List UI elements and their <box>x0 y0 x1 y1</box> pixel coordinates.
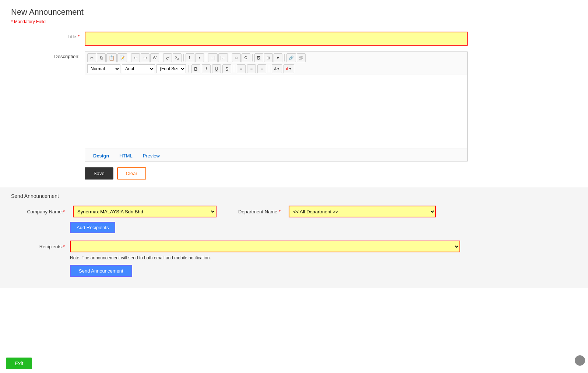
font-family-select[interactable]: Arial Times New Roman Verdana <box>122 64 155 73</box>
send-announcement-section: Send Announcement Company Name:* Synerma… <box>0 187 588 288</box>
title-label: Title:* <box>11 32 85 39</box>
paragraph-format-select[interactable]: Normal Heading 1 Heading 2 Heading 3 <box>87 64 120 73</box>
exit-bar: Exit <box>0 354 38 373</box>
paste-btn[interactable]: 📋 <box>106 53 117 62</box>
unlink-btn[interactable]: ⛓ <box>297 53 306 62</box>
clear-button[interactable]: Clear <box>117 167 146 180</box>
align-right-btn[interactable]: ≡ <box>257 64 266 73</box>
undo-btn[interactable]: ↩ <box>131 53 140 62</box>
table-dropdown-btn[interactable]: ▼ <box>274 53 282 62</box>
italic-btn[interactable]: I <box>202 64 211 73</box>
link-btn[interactable]: 🔗 <box>286 53 296 62</box>
bg-color-btn[interactable]: A ▼ <box>272 64 282 73</box>
unordered-list-btn[interactable]: • <box>195 53 204 62</box>
rich-text-editor: ✂ ⎘ 📋 📝 ↩ ↪ W x2 x2 1. • →| |← <box>85 51 468 161</box>
save-button[interactable]: Save <box>85 167 113 180</box>
send-announcement-button[interactable]: Send Announcement <box>70 265 132 277</box>
table-btn[interactable]: ⊞ <box>264 53 273 62</box>
editor-tabs: Design HTML Preview <box>85 149 467 161</box>
superscript-btn[interactable]: x2 <box>163 53 172 62</box>
font-color-btn[interactable]: A ▼ <box>284 64 294 73</box>
tab-preview[interactable]: Preview <box>138 151 165 161</box>
department-name-label: Department Name:* <box>219 209 286 214</box>
recipients-label: Recipients:* <box>11 244 70 249</box>
company-select[interactable]: Synermax MALAYSIA Sdn Bhd <box>73 206 216 217</box>
smiley-btn[interactable]: ☺ <box>232 53 241 62</box>
description-label: Description: <box>11 51 85 59</box>
company-name-label: Company Name:* <box>11 209 70 214</box>
recipients-row: Recipients:* <box>11 241 577 252</box>
image-btn[interactable]: 🖼 <box>254 53 263 62</box>
scroll-indicator <box>575 355 585 366</box>
bold-btn[interactable]: B <box>191 64 200 73</box>
align-center-btn[interactable]: ≡ <box>247 64 256 73</box>
department-select[interactable]: << All Department >> <box>289 206 436 217</box>
special-char-btn[interactable]: Ω <box>242 53 250 62</box>
exit-button[interactable]: Exit <box>6 358 32 369</box>
subscript-btn[interactable]: x2 <box>173 53 182 62</box>
tab-design[interactable]: Design <box>88 151 114 161</box>
add-recipients-button[interactable]: Add Recipients <box>70 222 115 233</box>
cut-btn[interactable]: ✂ <box>87 53 96 62</box>
underline-btn[interactable]: U <box>212 64 221 73</box>
notification-note: Note: The announcement will send to both… <box>70 255 577 260</box>
strikethrough-btn[interactable]: S <box>222 64 231 73</box>
paste-special-btn[interactable]: 📝 <box>117 53 127 62</box>
font-size-select[interactable]: (Font Size 8 10 12 14 16 18 24 36 <box>156 64 186 73</box>
paste-word-btn[interactable]: W <box>150 53 159 62</box>
align-left-btn[interactable]: ≡ <box>237 64 246 73</box>
ordered-list-btn[interactable]: 1. <box>186 53 194 62</box>
mandatory-note: * Mandatory Field <box>11 19 577 24</box>
outdent-btn[interactable]: |← <box>218 53 228 62</box>
copy-btn[interactable]: ⎘ <box>97 53 106 62</box>
title-input[interactable] <box>85 32 468 46</box>
indent-btn[interactable]: →| <box>208 53 218 62</box>
recipients-select[interactable] <box>70 241 460 252</box>
redo-btn[interactable]: ↪ <box>141 53 149 62</box>
send-section-title: Send Announcement <box>11 193 577 199</box>
editor-body[interactable] <box>85 75 467 149</box>
tab-html[interactable]: HTML <box>114 151 137 161</box>
page-title: New Announcement <box>11 7 577 17</box>
